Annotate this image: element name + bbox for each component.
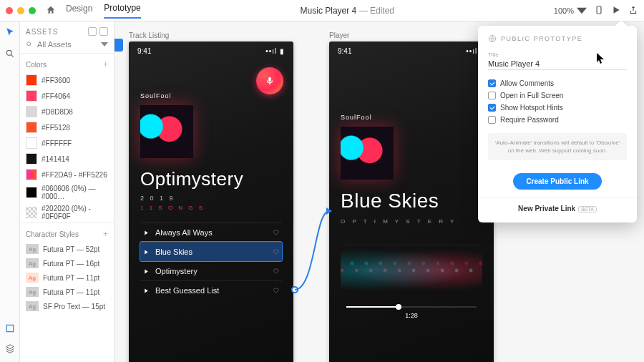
track-row[interactable]: Blue Skies [140, 242, 282, 261]
tab-prototype[interactable]: Prototype [104, 3, 140, 19]
assets-header: ASSETS [26, 28, 58, 36]
canvas[interactable]: Track Listing 9:41 ••ıl ▮ SoulFool Optim… [114, 21, 644, 362]
album-songcount: 1 1 S O N G S [140, 205, 282, 211]
favorite-icon[interactable] [273, 286, 279, 295]
create-public-link-button[interactable]: Create Public Link [513, 173, 601, 190]
artboard-label[interactable]: Player [329, 31, 349, 39]
add-charstyle-icon[interactable]: + [103, 229, 108, 239]
share-popover-title: PUBLIC PROTOTYPE [501, 35, 582, 42]
share-option[interactable]: Open in Full Screen [488, 89, 627, 102]
checkbox[interactable] [488, 92, 496, 99]
track-row[interactable]: Always All Ways [140, 222, 282, 242]
home-icon[interactable] [46, 5, 56, 16]
charstyle-item[interactable]: AgSF Pro Text — 15pt [20, 299, 114, 313]
color-swatch-item[interactable]: #141414 [20, 151, 114, 167]
color-label: #FF5128 [42, 124, 70, 132]
app-window: Design Prototype Music Player 4 — Edited… [0, 0, 644, 362]
charstyle-item[interactable]: AgFutura PT — 11pt [20, 285, 114, 299]
progress-bar[interactable] [346, 306, 477, 308]
beta-badge: BETA [578, 206, 597, 212]
chevron-down-icon [101, 41, 108, 48]
play-icon [143, 288, 150, 294]
window-controls[interactable] [6, 7, 36, 14]
color-label: #060606 (0%) — #000… [42, 185, 108, 200]
assets-filter-label: All Assets [37, 40, 72, 49]
share-option[interactable]: Require Password [488, 114, 627, 126]
color-label: #FFFFFF [42, 140, 72, 147]
track-name: Always All Ways [155, 228, 213, 237]
share-title-input[interactable]: Music Player 4 [488, 59, 627, 70]
zoom-control[interactable]: 100% [554, 6, 587, 16]
color-swatch-item[interactable]: #202020 (0%) - #0F0F0F [20, 202, 114, 222]
new-private-link[interactable]: New Private LinkBETA [488, 205, 627, 212]
color-swatch-item[interactable]: #FF2DA9 - #FF5226 [20, 167, 114, 182]
play-icon[interactable] [611, 5, 621, 16]
color-label: #FF3600 [42, 77, 70, 84]
tab-design[interactable]: Design [66, 4, 92, 18]
add-color-icon[interactable]: + [103, 59, 108, 69]
play-icon [143, 230, 150, 236]
brand-name: SoulFool [341, 114, 482, 121]
share-icon[interactable] [628, 5, 638, 16]
favorite-icon[interactable] [273, 228, 279, 237]
artboard-label[interactable]: Track Listing [129, 31, 169, 39]
svg-rect-0 [597, 6, 601, 14]
checkbox[interactable] [488, 116, 496, 124]
panel-collapse-handle[interactable] [114, 39, 123, 52]
grid-view-icon[interactable] [99, 27, 108, 36]
track-name: Optimystery [155, 267, 197, 275]
list-view-icon[interactable] [88, 27, 97, 36]
document-edited-suffix: — Edited [356, 6, 394, 16]
charstyle-item[interactable]: AgFutura PT — 16pt [20, 256, 114, 270]
maximize-icon[interactable] [29, 7, 36, 14]
color-swatch-item[interactable]: #FFFFFF [20, 135, 114, 151]
char-styles-header: Character Styles [26, 230, 79, 238]
color-swatch [26, 74, 37, 86]
device-preview-icon[interactable] [594, 5, 604, 16]
track-name: Best Guessed List [155, 286, 219, 295]
minimize-icon[interactable] [17, 7, 24, 14]
library-icon[interactable] [5, 323, 15, 335]
album-title: Optimystery [140, 168, 282, 190]
assets-view-toggle[interactable] [88, 27, 108, 36]
share-option[interactable]: Allow Comments [488, 77, 627, 89]
status-bar: 9:41 ••ıl ▮ [329, 41, 494, 55]
assets-filter[interactable]: All Assets [20, 39, 114, 53]
artboard-player[interactable]: 9:41 ••ıl ▮ SoulFool Blue Skies O P T I … [329, 41, 494, 362]
charstyle-item[interactable]: AgFutura PT — 11pt [20, 270, 114, 285]
mic-icon [265, 76, 275, 86]
color-swatch-item[interactable]: #D8D8D8 [20, 104, 114, 119]
status-time: 9:41 [338, 47, 351, 55]
artboard-track-listing[interactable]: 9:41 ••ıl ▮ SoulFool Optimystery 2 0 1 9… [129, 41, 293, 362]
share-option-label: Require Password [500, 116, 559, 124]
color-swatch-item[interactable]: #060606 (0%) — #000… [20, 182, 114, 202]
charstyle-label: Futura PT — 11pt [43, 274, 99, 282]
layers-icon[interactable] [5, 343, 15, 355]
select-tool-icon[interactable] [5, 27, 15, 39]
search-icon[interactable] [5, 49, 15, 60]
play-icon [143, 268, 150, 275]
share-option[interactable]: Show Hotspot Hints [488, 102, 627, 114]
favorite-icon[interactable] [273, 267, 279, 275]
charstyle-preview: Ag [26, 287, 39, 297]
color-swatch-item[interactable]: #FF5128 [20, 119, 114, 135]
favorite-icon[interactable] [273, 248, 279, 256]
track-row[interactable]: Optimystery [140, 261, 282, 280]
track-row[interactable]: Best Guessed List [140, 280, 282, 300]
document-title: Music Player 4 — Edited [151, 6, 544, 16]
charstyle-label: Futura PT — 52pt [43, 245, 99, 253]
play-icon [143, 249, 150, 255]
charstyle-item[interactable]: AgFutura PT — 52pt [20, 242, 114, 256]
status-time: 9:41 [137, 47, 151, 55]
color-label: #202020 (0%) - #0F0F0F [42, 205, 108, 220]
svg-point-1 [6, 50, 11, 55]
color-swatch-item[interactable]: #FF4064 [20, 88, 114, 104]
voice-mic-button[interactable] [256, 67, 283, 94]
checkbox[interactable] [488, 104, 496, 112]
progress-thumb[interactable] [396, 304, 401, 310]
color-swatch-item[interactable]: #FF3600 [20, 72, 114, 88]
prototype-wire-origin[interactable] [291, 286, 298, 293]
checkbox[interactable] [488, 79, 496, 87]
close-icon[interactable] [6, 7, 13, 14]
color-swatch [26, 187, 37, 198]
